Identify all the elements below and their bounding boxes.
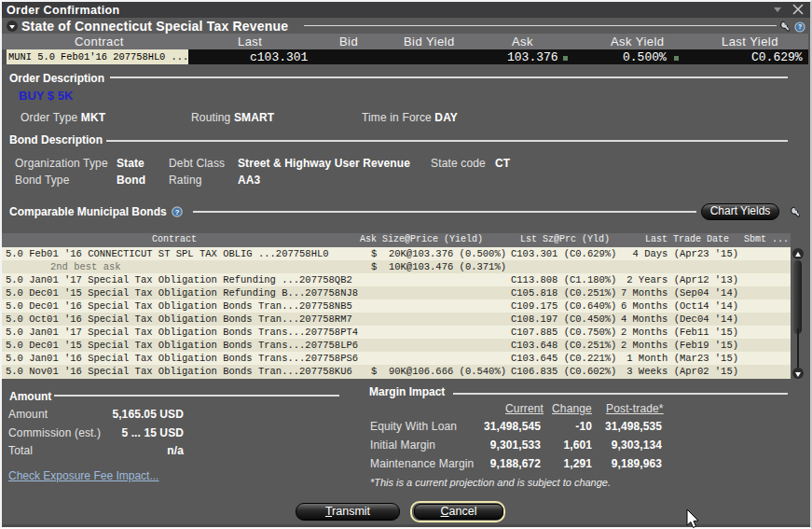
svg-text:?: ?	[798, 23, 802, 30]
svg-text:?: ?	[175, 208, 180, 216]
